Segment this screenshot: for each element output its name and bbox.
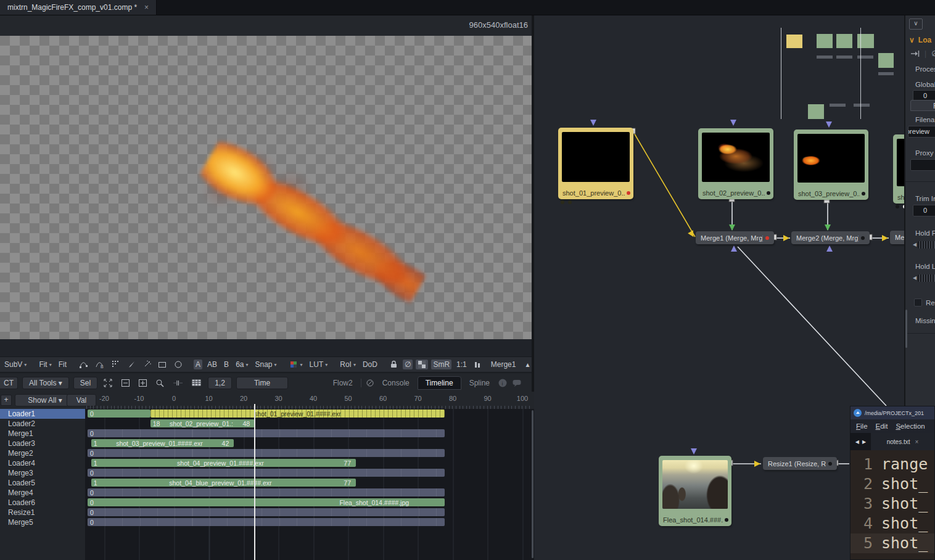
inspector-scrollbar[interactable] bbox=[905, 310, 907, 348]
channel-b-button[interactable]: B bbox=[222, 360, 231, 369]
zoom-out-icon[interactable] bbox=[119, 378, 132, 388]
node-shot03[interactable]: shot_03_preview_0... bbox=[794, 130, 868, 200]
tab-console[interactable]: Console bbox=[379, 377, 413, 389]
minimap-node[interactable] bbox=[808, 104, 824, 119]
clip-bar[interactable]: 0 bbox=[88, 449, 445, 457]
spline-tool-icon[interactable] bbox=[77, 360, 90, 369]
track-name-loader6[interactable]: Loader6 bbox=[0, 498, 85, 508]
hold-last-scrubber[interactable]: ◀ bbox=[913, 274, 935, 282]
color-channels-icon[interactable]: ▾ bbox=[287, 360, 305, 369]
select-button[interactable]: Sel bbox=[73, 377, 97, 389]
node-flea[interactable]: Flea_shot_014.###... bbox=[659, 456, 731, 526]
node-resize1[interactable]: Resize1 (Resize, Rsz) bbox=[763, 457, 837, 470]
clip-bar[interactable]: shot_01_preview_01.####.exr bbox=[150, 410, 445, 418]
split-handle-icon[interactable] bbox=[171, 378, 185, 388]
lut-button[interactable]: LUT▾ bbox=[308, 360, 330, 369]
track-name-loader2[interactable]: Loader2 bbox=[0, 419, 85, 429]
minimap-node[interactable] bbox=[817, 56, 833, 59]
subview-button[interactable]: SubV▾ bbox=[2, 360, 28, 369]
track-name-merge3[interactable]: Merge3 bbox=[0, 468, 85, 478]
clip-bar[interactable]: 0 bbox=[88, 508, 445, 516]
minimap-node[interactable] bbox=[854, 104, 870, 107]
minimap-node[interactable] bbox=[830, 104, 846, 107]
smooth-resize-button[interactable]: SmR bbox=[431, 360, 451, 369]
clip-bar[interactable]: 0 bbox=[88, 488, 445, 496]
minimap-node[interactable] bbox=[836, 34, 852, 48]
track-name-merge4[interactable]: Merge4 bbox=[0, 488, 85, 498]
minimap-node[interactable] bbox=[878, 53, 894, 68]
back-icon[interactable]: ◀ bbox=[855, 439, 859, 445]
value-button[interactable]: Val bbox=[67, 394, 96, 406]
track-name-loader4[interactable]: Loader4 bbox=[0, 458, 85, 468]
inspector-collapse-button[interactable]: ∨ bbox=[909, 19, 923, 30]
track-rows-area[interactable]: 0shot_01_preview_01.####.exr18shot_02_pr… bbox=[86, 409, 532, 560]
channel-ab-button[interactable]: AB bbox=[205, 360, 219, 369]
time-button[interactable]: Time bbox=[236, 377, 288, 389]
hold-first-scrubber[interactable]: ◀ bbox=[913, 241, 935, 249]
minimap-node[interactable] bbox=[857, 56, 873, 59]
clip-bar[interactable]: 1shot_03_preview_01.####.exr42 bbox=[91, 439, 234, 447]
clip-bar[interactable]: 1shot_04_blue_preview_01.####.exr77 bbox=[91, 479, 356, 487]
editor-nav-buttons[interactable]: ◀▶ bbox=[851, 433, 871, 450]
notes-file-tab[interactable]: notes.txt× bbox=[871, 433, 934, 450]
tab-close-icon[interactable]: × bbox=[915, 439, 918, 445]
dod-button[interactable]: DoD bbox=[361, 360, 379, 369]
show-controls-icon[interactable] bbox=[472, 360, 483, 369]
minimap-node[interactable] bbox=[817, 34, 833, 48]
channel-alpha-button[interactable]: A bbox=[194, 360, 202, 369]
clip-bar[interactable]: 18shot_02_preview_01.:48 bbox=[150, 419, 255, 427]
lock-icon[interactable] bbox=[388, 360, 400, 369]
fit-button[interactable]: Fit bbox=[57, 360, 68, 369]
clip-bar[interactable]: 0 bbox=[88, 410, 150, 418]
fit-dropdown[interactable]: Fit▾ bbox=[37, 360, 53, 369]
null-view-icon[interactable]: ∅ bbox=[403, 360, 413, 369]
tab-spline[interactable]: Spline bbox=[466, 377, 493, 389]
file-tab[interactable]: F bbox=[910, 100, 935, 111]
clip-bar[interactable]: 0 bbox=[88, 429, 445, 437]
track-name-loader3[interactable]: Loader3 bbox=[0, 439, 85, 448]
track-name-merge2[interactable]: Merge2 bbox=[0, 448, 85, 458]
wand-tool-icon[interactable] bbox=[141, 360, 153, 369]
track-name-resize1[interactable]: Resize1 bbox=[0, 508, 85, 517]
viewer-collapse-icon[interactable]: ▴ bbox=[524, 360, 531, 369]
reverse-checkbox-row[interactable]: Rev bbox=[914, 299, 935, 307]
editor-text-area[interactable]: 1range2shot_3shot_4shot_5shot_ bbox=[851, 450, 934, 559]
spreadsheet-icon[interactable] bbox=[189, 377, 204, 388]
paint-grid-icon[interactable] bbox=[110, 360, 122, 369]
clip-bar[interactable]: 0 bbox=[88, 518, 445, 526]
composition-tab[interactable]: mixtrn_MagicFireFX_comp_v01.comp * × bbox=[0, 0, 157, 15]
node-shot01[interactable]: shot_01_preview_0... bbox=[558, 128, 633, 199]
minimap-node[interactable] bbox=[836, 56, 852, 59]
filename-input[interactable]: preview bbox=[908, 126, 935, 138]
frame-format-button[interactable]: 1,2 bbox=[208, 377, 232, 389]
trim-in-input[interactable]: 0 bbox=[913, 205, 935, 216]
all-tools-dropdown[interactable]: All Tools ▾ bbox=[22, 377, 69, 389]
snap-button[interactable]: Snap▾ bbox=[253, 360, 279, 369]
track-name-merge5[interactable]: Merge5 bbox=[0, 517, 85, 527]
add-track-button[interactable]: + bbox=[1, 395, 12, 406]
clip-bar[interactable]: 0 bbox=[88, 469, 445, 477]
tab-timeline-active[interactable]: Timeline bbox=[418, 376, 461, 390]
node-shot02[interactable]: shot_02_preview_0... bbox=[698, 128, 773, 199]
fit-view-icon[interactable] bbox=[102, 378, 115, 388]
effect-button-clipped[interactable]: CT bbox=[0, 377, 18, 389]
brush-tool-icon[interactable] bbox=[125, 360, 138, 369]
timeline-scrollbar[interactable] bbox=[532, 410, 533, 558]
track-name-loader1[interactable]: Loader1 bbox=[0, 409, 85, 419]
tab-close-icon[interactable]: × bbox=[144, 3, 149, 12]
clip-bar[interactable]: 1shot_04_preview_01.####.exr77 bbox=[91, 459, 356, 467]
rectangle-tool-icon[interactable] bbox=[156, 360, 169, 369]
playhead[interactable] bbox=[254, 404, 255, 560]
one-to-one-button[interactable]: 1:1 bbox=[455, 360, 469, 369]
checker-underlay-icon[interactable] bbox=[416, 360, 428, 369]
comment-icon[interactable] bbox=[512, 379, 522, 387]
node-merge1[interactable]: Merge1 (Merge, Mrg) bbox=[696, 231, 774, 244]
tab-flow2[interactable]: Flow2 bbox=[329, 377, 356, 389]
guide-button[interactable]: 6a▾ bbox=[234, 360, 250, 369]
editor-title-bar[interactable]: /media/PROJECTx_201 bbox=[851, 406, 934, 419]
zoom-region-icon[interactable] bbox=[154, 378, 167, 388]
clip-bar[interactable]: 0Flea_shot_014.####.jpg bbox=[88, 498, 445, 506]
pin-icon[interactable] bbox=[910, 50, 920, 57]
ellipse-tool-icon[interactable] bbox=[172, 360, 185, 369]
menu-edit[interactable]: Edit bbox=[876, 422, 888, 430]
